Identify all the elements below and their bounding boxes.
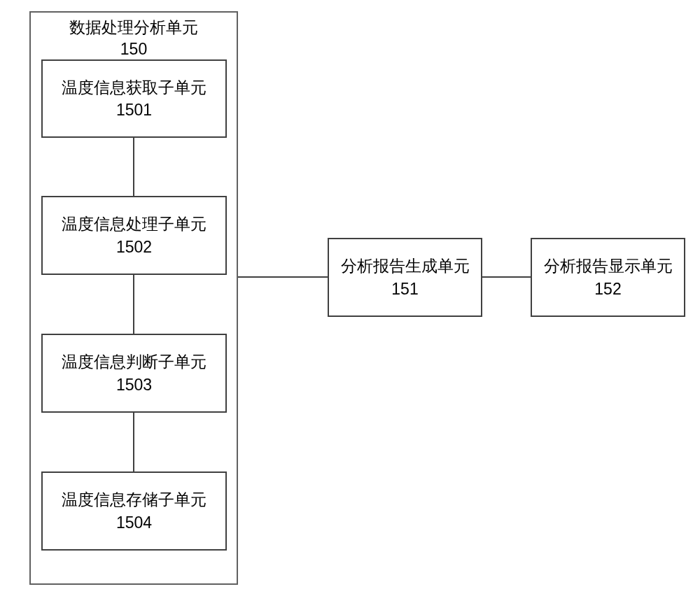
subunit-code: 1501 bbox=[116, 99, 152, 121]
subunit-1503: 温度信息判断子单元 1503 bbox=[41, 334, 227, 413]
gen-code: 151 bbox=[391, 278, 418, 300]
outer-title: 数据处理分析单元 bbox=[31, 17, 237, 38]
analysis-report-display-unit: 分析报告显示单元 152 bbox=[531, 238, 685, 317]
subunit-code: 1502 bbox=[116, 236, 152, 258]
outer-header: 数据处理分析单元 150 bbox=[31, 17, 237, 60]
subunit-code: 1503 bbox=[116, 374, 152, 396]
connector-150-151 bbox=[238, 276, 328, 278]
connector-1502-1503 bbox=[133, 275, 134, 334]
connector-1503-1504 bbox=[133, 413, 134, 471]
connector-151-152 bbox=[482, 276, 531, 278]
disp-title: 分析报告显示单元 bbox=[544, 255, 673, 277]
subunit-title: 温度信息获取子单元 bbox=[62, 76, 206, 99]
disp-code: 152 bbox=[594, 278, 621, 300]
subunit-1501: 温度信息获取子单元 1501 bbox=[41, 59, 227, 138]
subunit-1502: 温度信息处理子单元 1502 bbox=[41, 196, 227, 275]
outer-code: 150 bbox=[31, 38, 237, 60]
gen-title: 分析报告生成单元 bbox=[341, 255, 470, 277]
analysis-report-generation-unit: 分析报告生成单元 151 bbox=[328, 238, 482, 317]
subunit-1504: 温度信息存储子单元 1504 bbox=[41, 471, 227, 551]
subunit-title: 温度信息判断子单元 bbox=[62, 350, 206, 373]
subunit-title: 温度信息处理子单元 bbox=[62, 213, 206, 235]
subunit-code: 1504 bbox=[116, 511, 152, 534]
subunit-title: 温度信息存储子单元 bbox=[62, 488, 206, 511]
connector-1501-1502 bbox=[133, 138, 134, 196]
